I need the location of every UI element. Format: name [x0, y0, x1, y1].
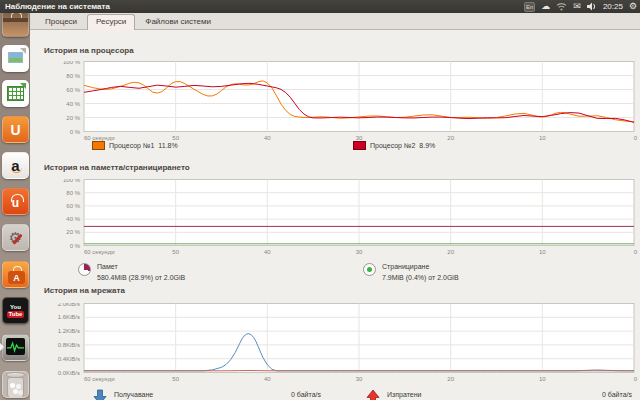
software-center-icon[interactable]: A [2, 261, 29, 288]
svg-text:80 %: 80 % [66, 190, 80, 196]
window-title: Наблюдение на системата [5, 2, 110, 11]
cpu1-value: 11.8% [158, 142, 177, 149]
shopping-bag-icon: A [8, 271, 25, 284]
svg-text:60 %: 60 % [66, 203, 80, 209]
wifi-icon[interactable] [556, 2, 567, 11]
memory-label: Памет [97, 261, 185, 272]
trash-contents [10, 383, 15, 388]
svg-text:40 %: 40 % [66, 216, 80, 222]
svg-text:60 секунди: 60 секунди [84, 249, 115, 255]
cpu-section-title: История на процесора [44, 46, 134, 55]
clock[interactable]: 20:25 [603, 2, 623, 11]
svg-text:20 %: 20 % [66, 229, 80, 235]
swap-label: Странициране [382, 261, 459, 272]
svg-text:100 %: 100 % [63, 179, 81, 183]
suitcase-icon[interactable] [2, 10, 29, 37]
svg-text:1.6KiB/s: 1.6KiB/s [58, 314, 80, 320]
cpu2-legend-item: Процесор №2 8.9% [353, 141, 435, 150]
gear-tools-icon: ⚙ [9, 230, 22, 245]
monitor-screen [6, 338, 25, 355]
svg-text:20: 20 [447, 249, 454, 255]
system-monitor-window: Процеси Ресурси Файлови системи История … [30, 13, 640, 400]
system-settings-icon[interactable]: ⚙ [2, 224, 29, 251]
desktop: Наблюдение на системата En ☁ ✉ 20:25 ⚙ [0, 0, 640, 400]
cpu2-value: 8.9% [419, 142, 435, 149]
network-history-chart: 2.0KiB/s1.6KiB/s1.2KiB/s0.8KiB/s0.4KiB/s… [30, 303, 640, 384]
mail-icon[interactable]: ✉ [573, 2, 581, 11]
svg-text:50: 50 [172, 376, 179, 382]
chart-canvas: 100 %80 %60 %40 %20 %0 %60 секунди504030… [30, 61, 640, 143]
system-monitor-icon[interactable] [2, 334, 29, 361]
amazon-icon[interactable]: a [2, 152, 29, 179]
trash-icon[interactable] [2, 371, 29, 398]
svg-text:0 %: 0 % [70, 129, 81, 135]
svg-text:0: 0 [634, 249, 638, 255]
svg-text:100 %: 100 % [63, 61, 81, 65]
svg-text:0.4KiB/s: 0.4KiB/s [58, 356, 80, 362]
svg-text:30: 30 [356, 249, 363, 255]
svg-text:2.0KiB/s: 2.0KiB/s [58, 303, 80, 307]
svg-text:20 %: 20 % [66, 115, 80, 121]
top-panel: Наблюдение на системата En ☁ ✉ 20:25 ⚙ [0, 0, 640, 13]
memory-legend-item: Памет 580.4MiB (28.9%) от 2.0GiB [78, 261, 185, 283]
cpu-legend: Процесор №1 11.8% Процесор №2 8.9% [30, 141, 640, 156]
svg-text:30: 30 [356, 376, 363, 382]
svg-text:80 %: 80 % [66, 73, 80, 79]
download-arrow-icon [93, 389, 107, 400]
libreoffice-calc-icon[interactable] [2, 80, 29, 107]
svg-text:10: 10 [539, 376, 546, 382]
tab-bar: Процеси Ресурси Файлови системи [30, 13, 640, 30]
memory-value: 580.4MiB (28.9%) от 2.0GiB [97, 272, 185, 283]
memory-history-chart: 100 %80 %60 %40 %20 %0 %60 секунди504030… [30, 179, 640, 257]
send-label: Изпратени [387, 389, 441, 400]
cpu-history-chart: 100 %80 %60 %40 %20 %0 %60 секунди504030… [30, 61, 640, 143]
upload-arrow-icon [366, 389, 380, 400]
network-legend: Получаване Общо получени 0 байта/s 167.9… [30, 389, 640, 400]
receive-legend-item: Получаване Общо получени 0 байта/s 167.9… [93, 389, 321, 400]
trash-lid [6, 372, 25, 378]
resources-view: История на процесора 100 %80 %60 %40 %20… [30, 30, 640, 400]
svg-text:60 %: 60 % [66, 87, 80, 93]
ubuntu-one-icon[interactable]: U [2, 116, 29, 143]
tab-processes[interactable]: Процеси [36, 14, 86, 29]
unity-launcher: U a u ⚙ A YouTube [0, 13, 30, 400]
memory-pie-icon [78, 263, 91, 276]
cpu1-swatch [92, 141, 105, 150]
youtube-icon[interactable]: YouTube [2, 297, 29, 324]
swap-dot-icon [363, 263, 376, 276]
svg-text:0: 0 [634, 376, 638, 382]
swap-legend-item: Странициране 7.9MiB (0.4%) от 2.0GiB [363, 261, 459, 283]
keyboard-layout-indicator[interactable]: En [524, 2, 535, 12]
svg-text:0 %: 0 % [70, 243, 81, 249]
tab-resources[interactable]: Ресурси [87, 14, 135, 30]
trash-body [7, 377, 24, 398]
send-legend-item: Изпратени Общо изпратени 0 байта/s 14.2M… [366, 389, 632, 400]
svg-text:40 %: 40 % [66, 101, 80, 107]
youtube-you-label: You [10, 304, 21, 310]
chart-canvas: 2.0KiB/s1.6KiB/s1.2KiB/s0.8KiB/s0.4KiB/s… [30, 303, 640, 384]
svg-text:0.8KiB/s: 0.8KiB/s [58, 342, 80, 348]
document-thumbnail [8, 52, 23, 63]
libreoffice-document-icon[interactable] [2, 45, 29, 72]
tab-filesystems[interactable]: Файлови системи [136, 14, 220, 29]
spreadsheet-grid [7, 86, 24, 101]
cloud-icon[interactable]: ☁ [541, 2, 550, 11]
svg-text:40: 40 [264, 376, 271, 382]
svg-text:60 секунди: 60 секунди [84, 376, 115, 382]
svg-text:10: 10 [539, 249, 546, 255]
swap-value: 7.9MiB (0.4%) от 2.0GiB [382, 272, 459, 283]
cpu1-label: Процесор №1 [109, 142, 154, 149]
volume-icon[interactable] [587, 2, 597, 11]
cpu2-swatch [353, 141, 366, 150]
receive-label: Получаване [114, 389, 165, 400]
gear-icon[interactable]: ⚙ [629, 2, 637, 11]
ubuntu-one-music-icon[interactable]: u [2, 188, 29, 215]
panel-indicators: En ☁ ✉ 20:25 ⚙ [524, 0, 637, 13]
cpu2-label: Процесор №2 [370, 142, 415, 149]
receive-rate-value: 0 байта/s [291, 389, 321, 400]
svg-text:20: 20 [447, 376, 454, 382]
chart-canvas: 100 %80 %60 %40 %20 %0 %60 секунди504030… [30, 179, 640, 257]
svg-text:50: 50 [172, 249, 179, 255]
youtube-tube-label: Tube [7, 311, 25, 318]
cpu1-legend-item: Процесор №1 11.8% [92, 141, 178, 150]
